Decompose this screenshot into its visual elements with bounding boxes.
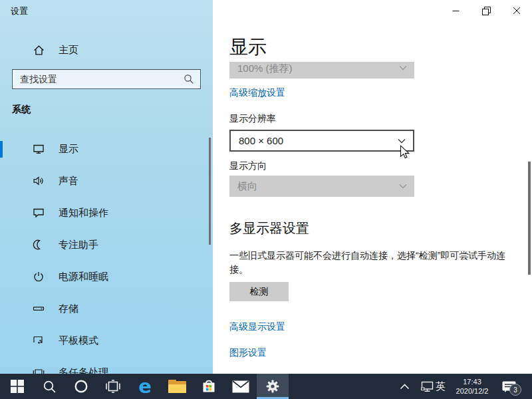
edge-button[interactable]: e [129, 374, 161, 399]
tray-show-hidden-icons-button[interactable] [396, 374, 412, 399]
cortana-icon [74, 379, 88, 394]
search-icon [43, 380, 57, 394]
notification-count: 3 [513, 386, 517, 394]
taskbar-search-button[interactable] [33, 374, 65, 399]
start-button[interactable] [1, 374, 33, 399]
main-scrollbar[interactable] [528, 162, 531, 275]
sidebar-item-focus-assist[interactable]: 专注助手 [0, 230, 209, 259]
multi-display-description: 一些旧式显示器可能不会进行自动连接，选择“检测”即可尝试手动连接。 [229, 249, 513, 277]
sidebar-item-display[interactable]: 显示 [0, 134, 209, 164]
minimize-icon [452, 7, 460, 15]
orientation-dropdown: 横向 [229, 176, 414, 197]
chevron-down-icon [399, 184, 407, 189]
orientation-label: 显示方向 [229, 160, 267, 172]
close-icon [513, 7, 521, 15]
multi-display-heading: 多显示器设置 [229, 219, 309, 237]
cortana-button[interactable] [65, 374, 97, 399]
sidebar-item-notifications[interactable]: 通知和操作 [0, 198, 209, 227]
mouse-cursor [400, 145, 413, 160]
settings-taskbar-button[interactable] [257, 374, 289, 399]
language-label: 英 [436, 380, 446, 393]
windows-logo-icon [11, 380, 24, 393]
close-button[interactable] [501, 0, 532, 21]
tray-language-indicator[interactable]: 英 [436, 374, 446, 399]
task-view-button[interactable] [97, 374, 129, 399]
tablet-mode-icon [33, 334, 45, 346]
power-icon [33, 271, 45, 283]
search-input[interactable] [19, 73, 183, 85]
microsoft-store-button[interactable] [193, 374, 225, 399]
edge-icon: e [138, 377, 152, 396]
sidebar-item-storage[interactable]: 存储 [0, 294, 209, 323]
chevron-down-icon [399, 65, 407, 70]
gear-icon [265, 378, 281, 394]
sidebar-item-home[interactable]: 主页 [0, 40, 209, 60]
search-icon [183, 73, 195, 85]
sidebar-item-label: 显示 [59, 143, 78, 156]
chevron-down-icon [398, 138, 406, 144]
display-icon [33, 143, 45, 155]
detect-button[interactable]: 检测 [229, 282, 289, 301]
network-icon [420, 381, 434, 392]
sidebar-item-label: 存储 [59, 303, 78, 315]
resolution-dropdown-value: 532 × 399 [231, 135, 398, 146]
storage-icon [33, 303, 45, 315]
tray-network-button[interactable] [419, 374, 435, 399]
advanced-scaling-link[interactable]: 高级缩放设置 [229, 87, 285, 99]
sidebar: 设置 主页 系统 显示 声音 [0, 0, 213, 374]
chevron-up-icon [400, 384, 410, 390]
sidebar-item-sound[interactable]: 声音 [0, 166, 209, 196]
sidebar-scrollbar[interactable] [209, 138, 211, 245]
task-view-icon [106, 380, 120, 393]
notification-count-badge: 3 [509, 384, 521, 396]
sidebar-item-label: 主页 [59, 44, 78, 57]
restore-button[interactable] [471, 0, 501, 21]
scaling-dropdown-value: 100% (推荐) [229, 62, 399, 75]
taskbar: e [0, 374, 532, 399]
sidebar-item-power-sleep[interactable]: 电源和睡眠 [0, 262, 209, 291]
restore-icon [482, 7, 491, 15]
sidebar-section-system: 系统 [12, 104, 31, 116]
resolution-dropdown[interactable]: 532 × 399 [229, 130, 414, 152]
graphics-settings-link[interactable]: 图形设置 [229, 347, 267, 359]
settings-window: 设置 主页 系统 显示 声音 [0, 0, 532, 399]
resolution-label: 显示分辨率 [229, 113, 276, 125]
sidebar-item-label: 电源和睡眠 [59, 271, 108, 283]
microsoft-store-icon [201, 378, 217, 394]
scaling-dropdown: 100% (推荐) [229, 62, 414, 78]
focus-assist-icon [33, 239, 45, 251]
mail-icon [232, 380, 249, 393]
minimize-button[interactable] [440, 0, 471, 21]
sound-icon [33, 175, 45, 187]
sidebar-item-label: 平板模式 [59, 334, 98, 347]
notifications-icon [33, 207, 45, 219]
tray-time: 17:43 [463, 377, 481, 386]
file-explorer-button[interactable] [161, 374, 193, 399]
page-title: 显示 [229, 35, 267, 60]
tray-clock[interactable]: 17:43 2020/12/2 [451, 374, 493, 399]
sidebar-item-tablet-mode[interactable]: 平板模式 [0, 326, 209, 355]
advanced-display-link[interactable]: 高级显示设置 [229, 321, 285, 333]
window-title: 设置 [11, 5, 28, 17]
orientation-dropdown-value: 横向 [229, 180, 399, 193]
home-icon [33, 44, 45, 57]
sidebar-item-label: 通知和操作 [59, 207, 108, 219]
sidebar-item-label: 专注助手 [59, 239, 98, 251]
mail-button[interactable] [225, 374, 257, 399]
search-box [12, 69, 201, 89]
tray-date: 2020/12/2 [456, 386, 489, 396]
sidebar-item-label: 声音 [59, 175, 78, 188]
file-explorer-icon [168, 380, 186, 393]
